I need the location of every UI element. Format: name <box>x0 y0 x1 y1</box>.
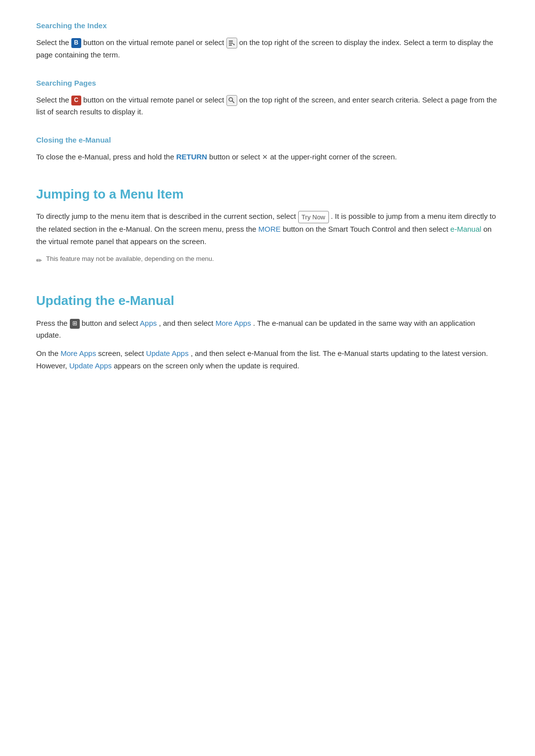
searching-pages-text1: Select the <box>36 96 71 104</box>
searching-index-title: Searching the Index <box>36 20 499 32</box>
updating-emanual-title: Updating the e-Manual <box>36 286 499 311</box>
emanual-link: e-Manual <box>450 225 482 233</box>
searching-index-text2: button on the virtual remote panel or se… <box>83 38 226 47</box>
jumping-menu-title: Jumping to a Menu Item <box>36 179 499 205</box>
jumping-text1: To directly jump to the menu item that i… <box>36 212 298 220</box>
jumping-text3: button on the Smart Touch Control and th… <box>283 225 450 233</box>
updating-emanual-body2: On the More Apps screen, select Update A… <box>36 348 499 372</box>
more-apps-link2: More Apps <box>60 349 96 357</box>
searching-pages-body: Select the C button on the virtual remot… <box>36 94 499 119</box>
searching-index-section: Searching the Index Select the B button … <box>36 20 499 61</box>
svg-rect-2 <box>229 45 232 46</box>
c-button-icon: C <box>71 96 81 105</box>
updating-emanual-body1: Press the button and select Apps , and t… <box>36 317 499 342</box>
pencil-icon: ✏ <box>36 255 42 266</box>
updating2-text4: appears on the screen only when the upda… <box>114 361 299 370</box>
close-x-icon: ✕ <box>262 151 268 163</box>
updating-text3: , and then select <box>159 319 215 327</box>
jumping-note-row: ✏ This feature may not be available, dep… <box>36 254 499 266</box>
closing-text2: button or select <box>207 152 262 161</box>
searching-pages-section: Searching Pages Select the C button on t… <box>36 77 499 119</box>
searching-index-text1: Select the <box>36 38 71 47</box>
b-button-icon: B <box>71 38 81 48</box>
jumping-menu-body: To directly jump to the menu item that i… <box>36 210 499 248</box>
jumping-note: This feature may not be available, depen… <box>46 254 214 264</box>
updating-text1: Press the <box>36 319 70 327</box>
searching-index-body: Select the B button on the virtual remot… <box>36 37 499 61</box>
updating-emanual-section: Updating the e-Manual Press the button a… <box>36 286 499 372</box>
search-icon <box>226 95 237 106</box>
svg-rect-3 <box>233 43 235 45</box>
svg-rect-0 <box>229 41 233 42</box>
svg-line-5 <box>232 101 234 103</box>
more-apps-link1: More Apps <box>215 319 251 327</box>
more-label: MORE <box>259 225 281 233</box>
updating-text2: button and select <box>82 319 140 327</box>
svg-rect-1 <box>229 43 233 44</box>
searching-pages-text2: button on the virtual remote panel or se… <box>83 96 226 104</box>
closing-emanual-section: Closing the e-Manual To close the e-Manu… <box>36 134 499 163</box>
index-icon <box>226 38 237 49</box>
jumping-menu-section: Jumping to a Menu Item To directly jump … <box>36 179 499 266</box>
smart-hub-icon <box>70 319 80 329</box>
apps-link1: Apps <box>140 319 157 327</box>
update-apps-link1: Update Apps <box>146 349 189 357</box>
updating2-text2: screen, select <box>98 349 146 357</box>
closing-emanual-body: To close the e-Manual, press and hold th… <box>36 151 499 163</box>
searching-pages-title: Searching Pages <box>36 77 499 89</box>
return-label: RETURN <box>176 152 208 161</box>
closing-text1: To close the e-Manual, press and hold th… <box>36 152 176 161</box>
closing-emanual-title: Closing the e-Manual <box>36 134 499 146</box>
update-apps-link2: Update Apps <box>69 361 112 370</box>
updating2-text1: On the <box>36 349 60 357</box>
try-now-badge: Try Now <box>298 211 329 223</box>
closing-text3: at the upper-right corner of the screen. <box>270 152 397 161</box>
